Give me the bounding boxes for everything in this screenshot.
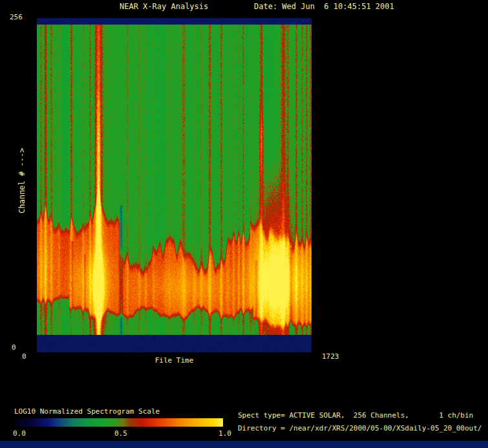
spect-type-line: Spect type= ACTIVE SOLAR, 256 Channels, … [238, 412, 473, 420]
directory-line: Directory = /near/xdr/XRS/2000/05-00/XSd… [238, 425, 482, 432]
colorbar-canvas [14, 418, 223, 427]
header-date: Date: Wed Jun 6 10:45:51 2001 [254, 3, 394, 11]
page-title: NEAR X-Ray Analysis [120, 3, 208, 11]
x-axis-max-label: 1723 [322, 353, 339, 361]
x-axis-title: File Time [155, 356, 194, 365]
y-axis-title: Channel # ---> [17, 148, 27, 213]
x-axis-title-wrap: File Time [37, 353, 312, 365]
app-window: NEAR X-Ray Analysis Date: Wed Jun 6 10:4… [0, 0, 488, 448]
colorbar-tick-0: 0.0 [13, 430, 26, 438]
y-axis-min-label: 0 [12, 344, 16, 352]
bottom-status-bar [0, 441, 488, 448]
spectrogram-canvas [37, 18, 312, 352]
colorbar-tick-2: 1.0 [218, 430, 231, 438]
x-axis-min-label: 0 [22, 353, 27, 361]
colorbar-tick-1: 0.5 [114, 430, 127, 438]
y-axis-max-label: 256 [10, 14, 23, 21]
colorbar-title: LOG10 Normalized Spectrogram Scale [14, 408, 160, 416]
